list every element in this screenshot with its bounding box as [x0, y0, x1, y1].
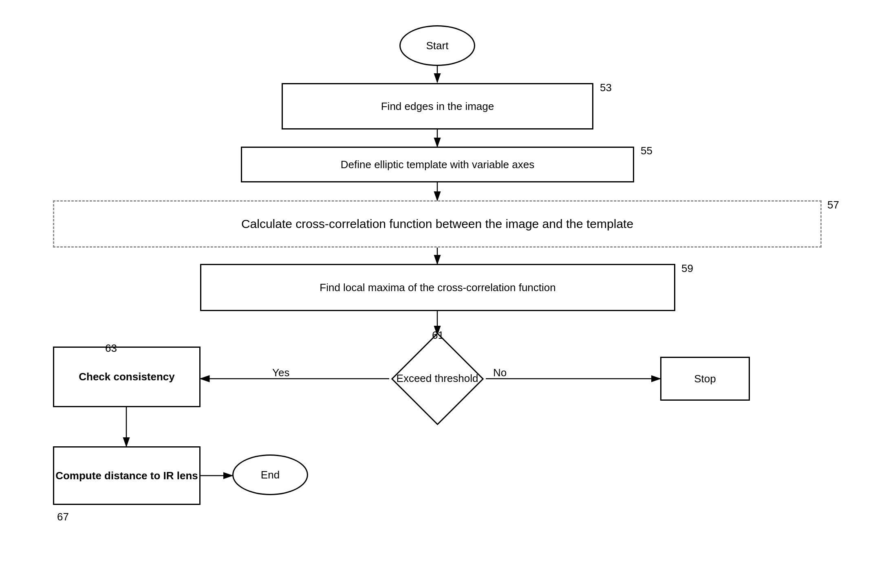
step-define-elliptic: Define elliptic template with variable a… [241, 147, 634, 182]
step-find-maxima: Find local maxima of the cross-correlati… [200, 264, 675, 311]
ref-53: 53 [600, 81, 612, 94]
start-node: Start [399, 25, 475, 66]
decision-exceed-threshold: Exceed threshold [389, 329, 485, 428]
ref-55: 55 [641, 145, 652, 157]
step-cross-correlation: Calculate cross-correlation function bet… [53, 200, 822, 248]
end-node: End [232, 454, 308, 495]
stop-node: Stop [660, 357, 750, 401]
ref-67: 67 [57, 511, 69, 523]
step-find-edges: Find edges in the image [282, 83, 593, 129]
step-compute-distance: Compute distance to IR lens [53, 446, 201, 505]
ref-63: 63 [105, 342, 117, 355]
flowchart-diagram: Start Find edges in the image 53 Define … [0, 0, 875, 588]
ref-59: 59 [681, 262, 693, 275]
ref-57: 57 [827, 199, 839, 211]
step-check-consistency: Check consistency [53, 347, 201, 407]
ref-61: 61 [432, 329, 444, 342]
no-label: No [493, 366, 507, 379]
yes-label: Yes [272, 366, 289, 379]
